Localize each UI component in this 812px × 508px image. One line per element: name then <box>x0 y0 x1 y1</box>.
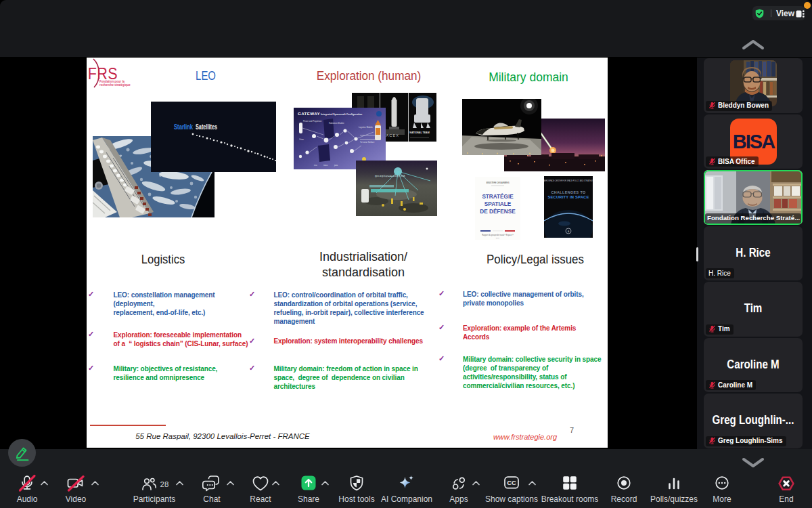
svg-text:Satellites: Satellites <box>196 123 217 131</box>
svg-text:SPATIALE: SPATIALE <box>484 201 512 207</box>
svg-text:NATIONAL TEAM: NATIONAL TEAM <box>409 131 429 134</box>
svg-text:CC: CC <box>507 479 516 486</box>
svg-text:Orion: Orion <box>299 138 304 141</box>
svg-text:jaxa: jaxa <box>334 164 338 167</box>
svg-text:nasa: nasa <box>323 164 328 167</box>
svg-text:To Lunar Surface: To Lunar Surface <box>360 141 375 144</box>
svg-text:GATEWAY: GATEWAY <box>298 111 321 116</box>
svg-text:STRATÉGIE: STRATÉGIE <box>482 193 514 200</box>
svg-text:CHALLENGES TO: CHALLENGES TO <box>551 190 585 194</box>
svg-text:Habitation Module: Habitation Module <box>329 122 344 125</box>
svg-text:2019: 2019 <box>496 237 500 239</box>
svg-text:DE DÉFENSE: DE DÉFENSE <box>480 208 516 215</box>
svg-text:Integrated Spacecraft Configur: Integrated Spacecraft Configuration <box>321 113 362 116</box>
svg-text:Starlink: Starlink <box>174 123 193 131</box>
svg-text:esa: esa <box>314 164 317 167</box>
svg-text:Rapport du groupe de travail «: Rapport du groupe de travail « Espace » <box>482 234 514 236</box>
svg-text:国际月面科研站能源与动力系统: 国际月面科研站能源与动力系统 <box>375 175 405 177</box>
svg-text:Logistics Module: Logistics Module <box>359 126 373 129</box>
svg-text:SECURITY IN SPACE: SECURITY IN SPACE <box>547 195 589 199</box>
svg-text:Power and Propulsion: Power and Propulsion <box>303 120 322 123</box>
svg-text:AEROSPACE CENTER FOR SPACE POL: AEROSPACE CENTER FOR SPACE POLICY AND ST… <box>544 179 593 182</box>
svg-text:MINISTÈRE DES ARMÉES: MINISTÈRE DES ARMÉES <box>486 181 509 184</box>
